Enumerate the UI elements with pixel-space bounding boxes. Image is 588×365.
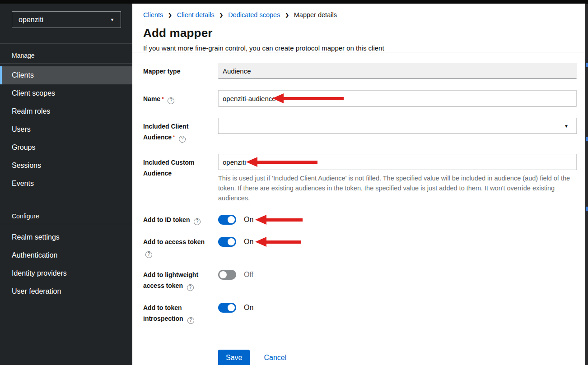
required-asterisk: * — [162, 96, 163, 102]
sidebar-item-label: Realm roles — [12, 107, 50, 116]
form-actions: Save Cancel — [143, 350, 577, 365]
help-icon[interactable]: ? — [194, 218, 201, 225]
sidebar-item-label: Identity providers — [12, 269, 67, 277]
help-icon[interactable]: ? — [168, 97, 174, 104]
sidebar-item-label: Groups — [12, 143, 35, 152]
form-row-add-to-token-introspection: Add to token introspection ? On — [143, 302, 577, 324]
add-to-id-token-label: Add to ID token ? — [143, 214, 218, 225]
name-control — [218, 90, 577, 106]
annotation-arrow — [255, 237, 301, 247]
nav-items-manage: Clients Client scopes Realm roles Users … — [0, 64, 132, 193]
nav-group-manage: Manage Clients Client scopes Realm roles… — [0, 44, 132, 193]
label-text: Included Custom Audience — [143, 159, 195, 177]
toggle-knob — [228, 304, 235, 311]
included-client-audience-control: ▼ — [218, 118, 577, 143]
toggle-knob — [228, 238, 235, 245]
add-to-lightweight-access-token-toggle[interactable] — [218, 270, 236, 280]
help-icon[interactable]: ? — [179, 136, 186, 143]
sidebar-item-sessions[interactable]: Sessions — [0, 157, 132, 175]
sidebar-item-authentication[interactable]: Authentication — [0, 246, 132, 264]
save-button[interactable]: Save — [218, 350, 250, 365]
add-to-access-token-toggle[interactable] — [218, 237, 236, 247]
label-text: Mapper type — [143, 68, 180, 75]
breadcrumb-current-mapper-details: Mapper details — [294, 11, 337, 18]
window-top-bar — [0, 0, 588, 4]
realm-selector-dropdown[interactable]: openziti ▼ — [12, 11, 121, 28]
sidebar-nav: openziti ▼ Manage Clients Client scopes … — [0, 4, 132, 365]
required-asterisk: * — [173, 134, 175, 140]
page-title: Add mapper — [143, 26, 577, 40]
help-icon[interactable]: ? — [187, 284, 194, 291]
page-header: Clients ❯ Client details ❯ Dedicated sco… — [132, 4, 588, 52]
nav-section-title-manage: Manage — [0, 44, 132, 63]
sidebar-item-events[interactable]: Events — [0, 175, 132, 193]
sidebar-item-client-scopes[interactable]: Client scopes — [0, 84, 132, 102]
label-text: Add to access token — [143, 238, 205, 245]
chevron-right-icon: ❯ — [168, 13, 172, 18]
help-icon[interactable]: ? — [187, 317, 194, 324]
chevron-down-icon: ▼ — [564, 124, 569, 129]
breadcrumb-link-clients[interactable]: Clients — [143, 11, 163, 18]
nav-items-configure: Realm settings Authentication Identity p… — [0, 224, 132, 300]
included-client-audience-select[interactable]: ▼ — [218, 118, 577, 134]
sidebar-item-groups[interactable]: Groups — [0, 139, 132, 157]
add-to-access-token-control: On — [218, 236, 577, 247]
breadcrumb-link-client-details[interactable]: Client details — [177, 11, 215, 18]
keycloak-admin-console: openziti ▼ Manage Clients Client scopes … — [0, 0, 588, 365]
sidebar-item-identity-providers[interactable]: Identity providers — [0, 264, 132, 282]
sidebar-item-clients[interactable]: Clients — [0, 66, 132, 84]
form-row-included-custom-audience: Included Custom Audience This is used ju… — [143, 154, 577, 203]
nav-section-title-configure: Configure — [0, 204, 132, 224]
add-to-token-introspection-toggle[interactable] — [218, 303, 236, 313]
sidebar-item-users[interactable]: Users — [0, 120, 132, 139]
included-custom-audience-label: Included Custom Audience — [143, 154, 218, 203]
sidebar-item-label: Realm settings — [12, 233, 60, 241]
sidebar-item-label: Authentication — [12, 251, 57, 259]
page-subtitle: If you want more fine-grain control, you… — [143, 44, 577, 52]
add-to-id-token-control: On — [218, 214, 577, 225]
arrow-tail — [266, 240, 301, 244]
add-to-id-token-toggle[interactable] — [218, 215, 236, 225]
label-text: Add to token introspection — [143, 304, 183, 322]
chevron-down-icon: ▼ — [110, 18, 114, 22]
sidebar-item-realm-roles[interactable]: Realm roles — [0, 102, 132, 120]
name-input[interactable] — [218, 90, 577, 106]
sidebar-item-label: User federation — [12, 287, 61, 296]
toggle-state-label: On — [244, 216, 253, 224]
arrow-head-icon — [255, 237, 266, 247]
mapper-form: Mapper type Name* ? — [132, 52, 588, 365]
chevron-right-icon: ❯ — [285, 13, 289, 18]
add-to-lightweight-access-token-control: Off — [218, 269, 577, 280]
add-to-token-introspection-label: Add to token introspection ? — [143, 302, 218, 324]
breadcrumb-link-dedicated-scopes[interactable]: Dedicated scopes — [228, 11, 280, 18]
label-text: Add to ID token — [143, 216, 190, 223]
add-to-access-token-label: Add to access token ? — [143, 236, 218, 258]
form-row-add-to-access-token: Add to access token ? On — [143, 236, 577, 258]
included-custom-audience-input[interactable] — [218, 154, 577, 170]
sidebar-item-realm-settings[interactable]: Realm settings — [0, 228, 132, 246]
actions-spacer — [143, 350, 218, 365]
form-row-included-client-audience: Included Client Audience* ? ▼ — [143, 118, 577, 143]
realm-selector-value: openziti — [19, 16, 43, 24]
arrow-tail — [266, 218, 303, 222]
included-custom-audience-help: This is used just if 'Included Client Au… — [218, 173, 577, 203]
page-scrollbar[interactable] — [585, 4, 588, 365]
sidebar-item-label: Client scopes — [12, 89, 55, 97]
mapper-type-field — [218, 63, 577, 79]
cancel-link[interactable]: Cancel — [264, 354, 286, 362]
add-to-token-introspection-control: On — [218, 302, 577, 313]
mapper-type-label: Mapper type — [143, 63, 218, 79]
breadcrumb: Clients ❯ Client details ❯ Dedicated sco… — [143, 11, 577, 18]
arrow-head-icon — [255, 215, 266, 225]
chevron-right-icon: ❯ — [219, 13, 223, 18]
help-icon[interactable]: ? — [145, 251, 152, 258]
main-content: Clients ❯ Client details ❯ Dedicated sco… — [132, 4, 588, 365]
sidebar-item-user-federation[interactable]: User federation — [0, 282, 132, 300]
toggle-state-label: On — [244, 304, 253, 312]
name-label: Name* ? — [143, 90, 218, 106]
form-row-add-to-id-token: Add to ID token ? On — [143, 214, 577, 225]
mapper-type-control — [218, 63, 577, 79]
sidebar-item-label: Users — [12, 125, 31, 134]
toggle-knob — [228, 216, 235, 223]
form-row-name: Name* ? — [143, 90, 577, 106]
